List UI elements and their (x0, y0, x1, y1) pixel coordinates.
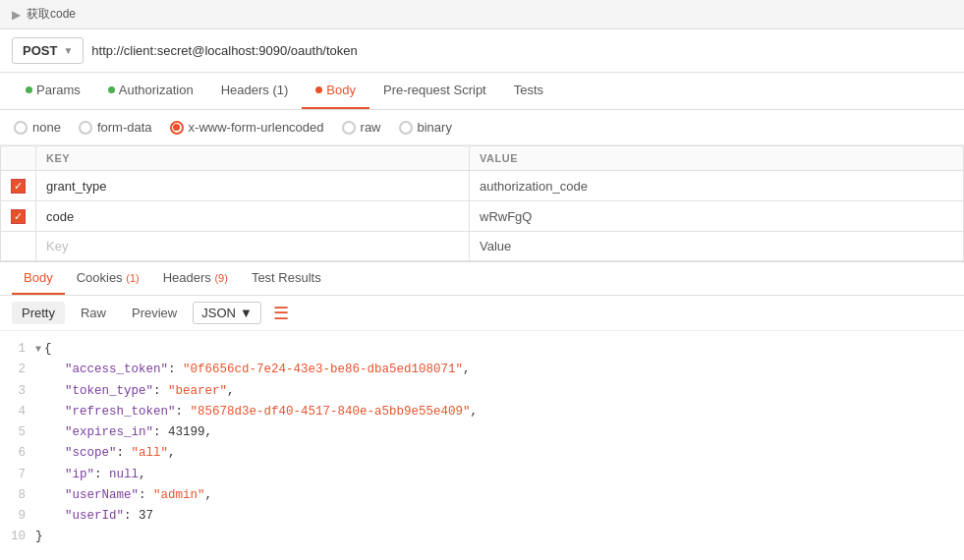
tab-label-params: Params (36, 83, 81, 97)
kv-checkbox-cell-0[interactable]: ✓ (1, 171, 36, 201)
tab-tests[interactable]: Tests (500, 73, 557, 109)
request-tab-bar: ParamsAuthorizationHeaders (1)BodyPre-re… (0, 73, 964, 110)
kv-value-1: wRwFgQ (470, 201, 964, 232)
response-tab-body[interactable]: Body (12, 262, 65, 295)
radio-none[interactable]: none (14, 120, 61, 135)
tab-body[interactable]: Body (302, 73, 369, 109)
radio-label-x-www-form-urlencoded: x-www-form-urlencoded (189, 120, 324, 135)
tab-authorization[interactable]: Authorization (94, 73, 207, 109)
tab-pre-request[interactable]: Pre-request Script (369, 73, 500, 109)
line-content-9: "userId": 37 (35, 506, 964, 527)
badge-cookies: (1) (126, 272, 139, 284)
wrap-icon[interactable]: ☰ (273, 303, 289, 324)
code-line-9: 9 "userId": 37 (0, 506, 964, 527)
json-chevron-icon: ▼ (240, 306, 253, 320)
line-number-9: 9 (0, 506, 35, 527)
line-number-2: 2 (0, 360, 35, 380)
kv-table: KEY VALUE ✓grant_typeauthorization_code✓… (0, 145, 964, 261)
breadcrumb-arrow: ▶ (12, 8, 21, 22)
kv-check-header (1, 146, 36, 171)
breadcrumb-label: 获取code (27, 6, 76, 23)
line-number-1: 1 (0, 339, 35, 360)
kv-table-section: KEY VALUE ✓grant_typeauthorization_code✓… (0, 145, 964, 261)
tab-headers[interactable]: Headers (1) (207, 73, 303, 109)
line-number-6: 6 (0, 443, 35, 464)
method-select[interactable]: POST ▼ (12, 37, 84, 64)
radio-circle-raw (342, 121, 356, 135)
tab-label-pre-request: Pre-request Script (383, 83, 486, 97)
body-dot-icon (315, 86, 322, 93)
method-chevron-icon: ▼ (63, 45, 73, 56)
line-content-10: } (35, 527, 964, 547)
kv-value-0: authorization_code (470, 171, 964, 201)
radio-binary[interactable]: binary (399, 120, 452, 135)
authorization-dot-icon (108, 86, 115, 93)
kv-value-header: VALUE (470, 146, 964, 171)
collapse-arrow-icon: ▼ (35, 344, 41, 355)
breadcrumb: ▶ 获取code (0, 0, 964, 29)
radio-label-form-data: form-data (97, 120, 152, 135)
kv-value-placeholder[interactable]: Value (470, 232, 964, 261)
line-number-4: 4 (0, 402, 35, 422)
format-btn-pretty[interactable]: Pretty (12, 302, 65, 324)
url-bar: POST ▼ (0, 29, 964, 73)
line-number-10: 10 (0, 527, 35, 547)
radio-circle-binary (399, 121, 413, 135)
radio-circle-x-www-form-urlencoded (170, 121, 184, 135)
radio-raw[interactable]: raw (342, 120, 381, 135)
params-dot-icon (26, 86, 32, 93)
code-line-8: 8 "userName": "admin", (0, 485, 964, 506)
kv-key-placeholder[interactable]: Key (36, 232, 470, 261)
badge-headers: (9) (214, 272, 227, 284)
table-row: KeyValue (1, 232, 964, 261)
code-line-10: 10} (0, 527, 964, 547)
kv-key-header: KEY (36, 146, 470, 171)
code-line-7: 7 "ip": null, (0, 465, 964, 485)
line-number-7: 7 (0, 465, 35, 485)
radio-label-none: none (32, 120, 61, 135)
kv-checkbox-cell-1[interactable]: ✓ (1, 201, 36, 232)
tab-label-tests: Tests (514, 83, 543, 97)
code-line-1: 1▼{ (0, 339, 964, 360)
line-content-1: ▼{ (35, 339, 964, 360)
table-row: ✓grant_typeauthorization_code (1, 171, 964, 201)
code-block: 1▼{2 "access_token": "0f6656cd-7e24-43e3… (0, 331, 964, 556)
radio-circle-form-data (79, 121, 92, 135)
tab-params[interactable]: Params (12, 73, 94, 109)
line-number-3: 3 (0, 381, 35, 402)
code-line-2: 2 "access_token": "0f6656cd-7e24-43e3-be… (0, 360, 964, 380)
response-tab-headers[interactable]: Headers (9) (151, 262, 240, 295)
line-content-5: "expires_in": 43199, (35, 422, 964, 443)
format-bar: PrettyRawPreviewJSON▼☰ (0, 296, 964, 331)
kv-checkbox-1[interactable]: ✓ (11, 209, 26, 224)
radio-x-www-form-urlencoded[interactable]: x-www-form-urlencoded (170, 120, 324, 135)
response-tab-test-results[interactable]: Test Results (240, 262, 333, 295)
method-label: POST (23, 43, 57, 58)
code-line-6: 6 "scope": "all", (0, 443, 964, 464)
line-content-3: "token_type": "bearer", (35, 381, 964, 402)
tab-label-authorization: Authorization (119, 83, 194, 97)
line-content-4: "refresh_token": "85678d3e-df40-4517-840… (35, 402, 964, 422)
line-number-5: 5 (0, 422, 35, 443)
code-line-5: 5 "expires_in": 43199, (0, 422, 964, 443)
line-content-6: "scope": "all", (35, 443, 964, 464)
kv-checkbox-0[interactable]: ✓ (11, 179, 26, 194)
radio-circle-none (14, 121, 28, 135)
line-content-8: "userName": "admin", (35, 485, 964, 506)
url-input[interactable] (91, 39, 952, 62)
radio-form-data[interactable]: form-data (79, 120, 152, 135)
code-line-4: 4 "refresh_token": "85678d3e-df40-4517-8… (0, 402, 964, 422)
radio-label-binary: binary (418, 120, 452, 135)
radio-label-raw: raw (361, 120, 381, 135)
format-json-select[interactable]: JSON▼ (193, 302, 261, 324)
tab-label-body: Body (326, 83, 356, 97)
kv-key-1: code (36, 201, 470, 232)
tab-label-headers: Headers (1) (221, 83, 289, 97)
response-section: BodyCookies (1)Headers (9)Test Results P… (0, 261, 964, 556)
format-btn-preview[interactable]: Preview (122, 302, 187, 324)
response-tab-cookies[interactable]: Cookies (1) (65, 262, 151, 295)
format-btn-raw[interactable]: Raw (71, 302, 116, 324)
line-number-8: 8 (0, 485, 35, 506)
response-tab-bar: BodyCookies (1)Headers (9)Test Results (0, 262, 964, 296)
body-type-radio-bar: noneform-datax-www-form-urlencodedrawbin… (0, 110, 964, 145)
